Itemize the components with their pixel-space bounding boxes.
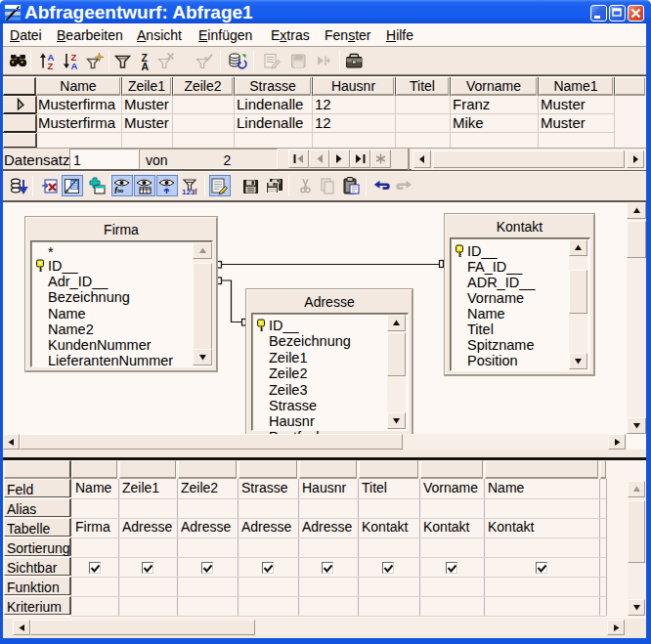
svg-text:!: ! <box>195 187 197 196</box>
svg-text:f∞: f∞ <box>114 186 124 195</box>
svg-text:A: A <box>71 61 78 71</box>
svg-text:A: A <box>142 61 150 72</box>
svg-text:Z: Z <box>48 61 54 71</box>
svg-text:123: 123 <box>182 188 195 196</box>
